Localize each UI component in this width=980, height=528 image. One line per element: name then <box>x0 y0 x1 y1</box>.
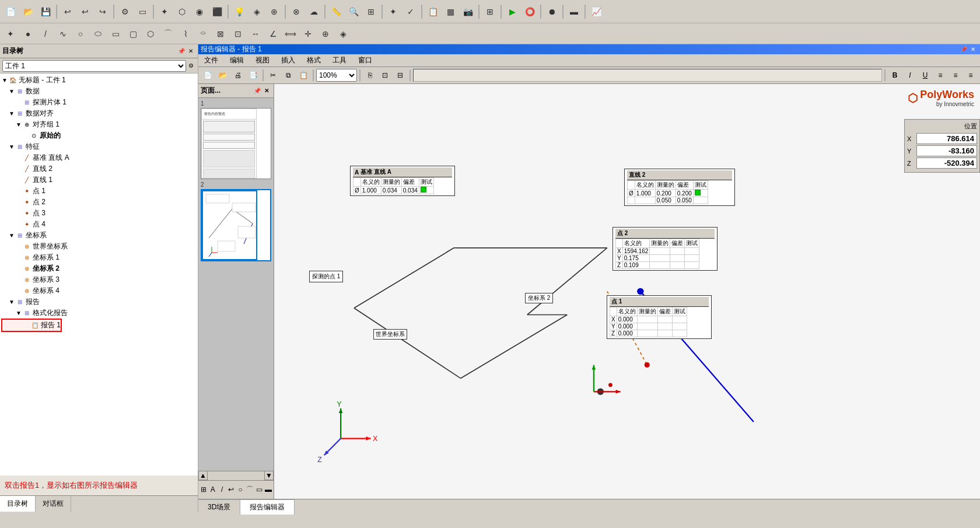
tree-report1[interactable]: 📋 报告 1 <box>1 319 62 332</box>
rt-underline-button[interactable]: U <box>918 68 932 82</box>
mesh-tool[interactable]: ⊠ <box>212 26 229 42</box>
undo-button[interactable]: ↩ <box>60 4 76 20</box>
undo2-button[interactable]: ↩ <box>77 4 93 20</box>
tab-tree[interactable]: 目录树 <box>0 496 36 512</box>
redo-button[interactable]: ↪ <box>94 4 111 20</box>
scroll-up-button[interactable]: ▲ <box>198 471 208 480</box>
tree-line2[interactable]: ╱ 直线 2 <box>1 163 197 174</box>
tree-data[interactable]: ▼ ⊞ 数据 <box>1 86 197 97</box>
align-expand-icon[interactable]: ▼ <box>8 110 15 117</box>
tree-cs3[interactable]: ⊕ 坐标系 3 <box>1 274 197 285</box>
sym-tool[interactable]: ◈ <box>335 26 351 42</box>
page-tool-1[interactable]: ⊞ <box>200 482 208 496</box>
polygon-tool[interactable]: ⬡ <box>142 26 159 42</box>
menu-view[interactable]: 视图 <box>250 54 275 67</box>
menu-insert[interactable]: 插入 <box>275 54 301 67</box>
page-tool-3[interactable]: / <box>218 482 226 496</box>
rt-new-button[interactable]: 📄 <box>201 68 215 82</box>
cloud-button[interactable]: ☁ <box>306 4 322 20</box>
tab-report-editor[interactable]: 报告编辑器 <box>240 499 295 515</box>
workpiece-config-button[interactable]: ⚙ <box>186 61 195 71</box>
check-button[interactable]: ✓ <box>402 4 419 20</box>
page-tool-7[interactable]: ▭ <box>255 482 263 496</box>
close-left-button[interactable]: ✕ <box>186 47 195 56</box>
rt-italic-button[interactable]: I <box>903 68 917 82</box>
pin-report-button[interactable]: 📌 <box>959 45 968 54</box>
grid2-button[interactable]: ⊞ <box>482 4 498 20</box>
rt-cut-button[interactable]: ✂ <box>266 68 280 82</box>
rt-copy-button[interactable]: ⧉ <box>281 68 295 82</box>
tree-pt4[interactable]: ✦ 点 4 <box>1 219 197 230</box>
menu-format[interactable]: 格式 <box>301 54 327 67</box>
star-button[interactable]: ✦ <box>156 4 173 20</box>
feature-expand-icon[interactable]: ▼ <box>8 144 15 150</box>
rt-pdf-button[interactable]: 📑 <box>246 68 260 82</box>
tree-root[interactable]: ▼ 🏠 无标题 - 工件 1 <box>1 75 197 86</box>
tree-pt3[interactable]: ✦ 点 3 <box>1 208 197 219</box>
rt-open-button[interactable]: 📂 <box>216 68 230 82</box>
tree-baseline[interactable]: ╱ 基准 直线 A <box>1 152 197 163</box>
rt-align-c-button[interactable]: ≡ <box>949 68 963 82</box>
extrude-button[interactable]: ⬛ <box>209 4 225 20</box>
nurbs-tool[interactable]: ⊡ <box>230 26 246 42</box>
rect-tool[interactable]: ▭ <box>107 26 124 42</box>
tree-align-group[interactable]: ▼ ⊕ 对齐组 1 <box>1 119 197 130</box>
tree-report[interactable]: ▼ ⊞ 报告 <box>1 296 197 307</box>
tree-line1[interactable]: ╱ 直线 1 <box>1 174 197 186</box>
tree-cs4[interactable]: ⊕ 坐标系 4 <box>1 285 197 296</box>
angle-tool[interactable]: ∠ <box>265 26 281 42</box>
tree-pt1[interactable]: ✦ 点 1 <box>1 186 197 197</box>
axis-tool[interactable]: ⊕ <box>317 26 334 42</box>
report-button[interactable]: 📋 <box>425 4 441 20</box>
tab-dialog[interactable]: 对话框 <box>36 496 71 512</box>
menu-tools[interactable]: 工具 <box>327 54 352 67</box>
coord-expand-icon[interactable]: ▼ <box>8 232 15 239</box>
rt-font-field[interactable] <box>413 69 882 82</box>
arrow-tool[interactable]: ↔ <box>247 26 264 42</box>
page-tool-5[interactable]: ○ <box>236 482 244 496</box>
rt-align-center-button[interactable]: ⊡ <box>378 68 392 82</box>
workpiece-select[interactable]: 工件 1 <box>2 60 186 72</box>
ellipse-tool[interactable]: ⬭ <box>90 26 106 42</box>
tree-align[interactable]: ▼ ⊞ 数据对齐 <box>1 108 197 119</box>
page-tool-6[interactable]: ⌒ <box>246 482 254 496</box>
report-expand-icon[interactable]: ▼ <box>8 299 15 305</box>
circle-tool[interactable]: ○ <box>72 26 89 42</box>
tree-cs2[interactable]: ⊕ 坐标系 2 <box>1 263 197 274</box>
open-button[interactable]: 📂 <box>20 4 36 20</box>
tree-feature[interactable]: ▼ ⊞ 特征 <box>1 141 197 152</box>
roundrect-tool[interactable]: ▢ <box>125 26 141 42</box>
freeform-tool[interactable]: ⌇ <box>177 26 194 42</box>
timeline-button[interactable]: ▬ <box>566 4 582 20</box>
page-thumb-2[interactable] <box>201 189 271 261</box>
align-group-expand-icon[interactable]: ▼ <box>15 121 22 128</box>
rt-align-l-button[interactable]: ≡ <box>933 68 947 82</box>
circle-button[interactable]: ⭕ <box>522 4 538 20</box>
play-button[interactable]: ▶ <box>504 4 520 20</box>
tree-pt2[interactable]: ✦ 点 2 <box>1 197 197 208</box>
align2-button[interactable]: ⊞ <box>363 4 379 20</box>
tree-original[interactable]: ⊙ 原始的 <box>1 130 197 141</box>
scroll-down-button[interactable]: ▼ <box>264 471 274 480</box>
spline-tool[interactable]: ⌒ <box>160 26 176 42</box>
record-button[interactable]: ⏺ <box>544 4 560 20</box>
rt-align-right-button[interactable]: ⊟ <box>393 68 407 82</box>
dim-tool[interactable]: ⟺ <box>282 26 299 42</box>
surface-button[interactable]: ◈ <box>249 4 265 20</box>
chart-button[interactable]: 📈 <box>588 4 604 20</box>
rect-button[interactable]: ▭ <box>134 4 150 20</box>
camera-button[interactable]: 📷 <box>460 4 476 20</box>
settings-button[interactable]: ⚙ <box>117 4 133 20</box>
tree-format-report[interactable]: ▼ ⊞ 格式化报告 <box>1 307 197 319</box>
rt-print-button[interactable]: 🖨 <box>231 68 245 82</box>
select-icon[interactable]: ✦ <box>2 26 19 42</box>
curve-tool[interactable]: ∿ <box>55 26 71 42</box>
pages-close-button[interactable]: ✕ <box>262 86 271 96</box>
table-button[interactable]: ▦ <box>442 4 459 20</box>
tree-cs1[interactable]: ⊕ 坐标系 1 <box>1 252 197 263</box>
page-tool-8[interactable]: ▬ <box>264 482 272 496</box>
box3d-button[interactable]: ⬡ <box>174 4 190 20</box>
measure-button[interactable]: 📏 <box>328 4 344 20</box>
scan-button[interactable]: ⊗ <box>288 4 304 20</box>
pages-pin-button[interactable]: 📌 <box>253 86 262 96</box>
